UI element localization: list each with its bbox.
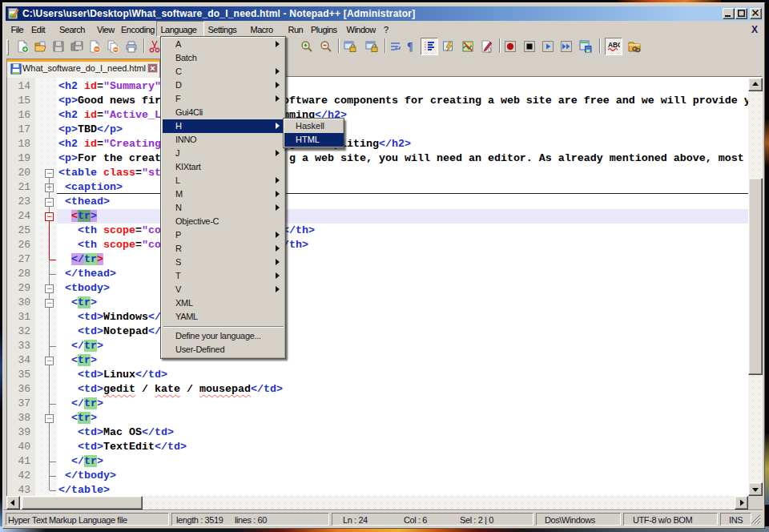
svg-text:¶: ¶ — [407, 41, 413, 53]
svg-text:{): {) — [488, 46, 492, 53]
svg-text:ABC: ABC — [608, 41, 620, 49]
